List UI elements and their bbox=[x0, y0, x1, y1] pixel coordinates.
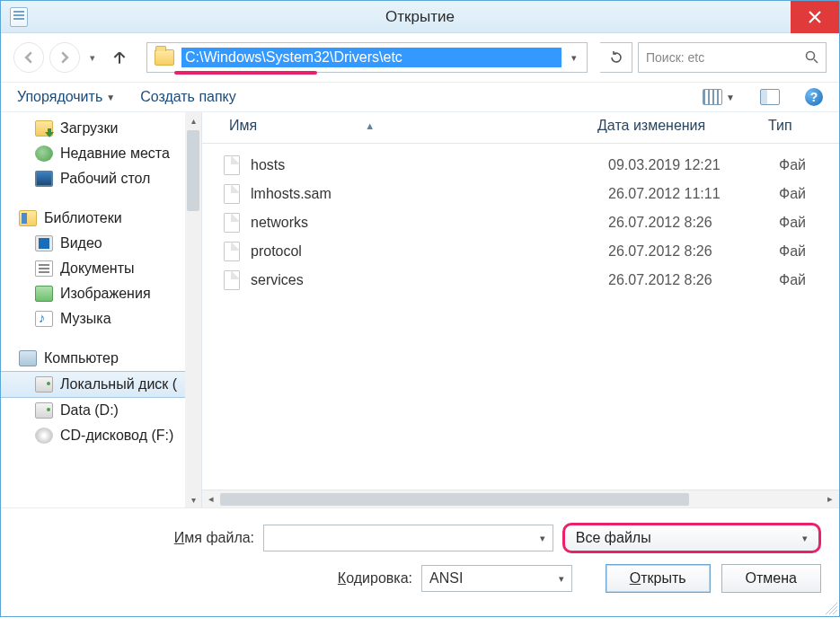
forward-button[interactable] bbox=[49, 42, 80, 73]
close-icon bbox=[808, 10, 822, 24]
sidebar-item-label: Видео bbox=[60, 235, 102, 251]
chevron-down-icon: ▼ bbox=[106, 93, 115, 102]
chevron-down-icon: ▾ bbox=[802, 533, 808, 544]
recent-icon bbox=[35, 146, 53, 162]
sidebar-group-computer[interactable]: Компьютер bbox=[1, 346, 201, 371]
file-date: 26.07.2012 11:11 bbox=[608, 186, 779, 202]
column-type[interactable]: Тип bbox=[768, 118, 792, 134]
address-dropdown[interactable]: ▾ bbox=[561, 52, 587, 64]
column-date[interactable]: Дата изменения bbox=[597, 118, 768, 134]
scroll-down-arrow[interactable]: ▾ bbox=[185, 491, 201, 507]
preview-pane-button[interactable] bbox=[760, 89, 780, 105]
svg-point-0 bbox=[807, 51, 815, 59]
organize-label: Упорядочить bbox=[17, 89, 102, 105]
sidebar-item-label: Музыка bbox=[60, 311, 111, 327]
file-icon bbox=[224, 184, 240, 204]
scroll-left-arrow[interactable]: ◂ bbox=[202, 493, 220, 505]
sidebar-item-label: CD-дисковод (F:) bbox=[60, 428, 173, 444]
sort-indicator-icon: ▲ bbox=[365, 120, 375, 131]
scroll-track[interactable] bbox=[220, 493, 821, 506]
sidebar-item-data-d[interactable]: Data (D:) bbox=[1, 398, 201, 423]
close-button[interactable] bbox=[791, 1, 839, 33]
file-name: networks bbox=[251, 215, 608, 231]
filename-label: Имя файла: bbox=[19, 530, 254, 546]
chevron-down-icon: ▼ bbox=[726, 93, 735, 102]
file-row[interactable]: networks26.07.2012 8:26Фай bbox=[224, 208, 839, 237]
sidebar-item-downloads[interactable]: Загрузки bbox=[1, 116, 201, 141]
sidebar-item-cd-f[interactable]: CD-дисковод (F:) bbox=[1, 423, 201, 448]
sidebar-item-local-disk[interactable]: Локальный диск ( bbox=[1, 371, 201, 398]
scroll-thumb[interactable] bbox=[187, 130, 199, 211]
file-type: Фай bbox=[779, 186, 806, 202]
file-type-filter[interactable]: Все файлы ▾ bbox=[562, 523, 821, 553]
sidebar-item-pictures[interactable]: Изображения bbox=[1, 281, 201, 306]
column-name-label: Имя bbox=[229, 118, 257, 134]
help-button[interactable]: ? bbox=[805, 88, 823, 106]
column-name[interactable]: Имя ▲ bbox=[229, 118, 597, 134]
file-rows: hosts09.03.2019 12:21Файlmhosts.sam26.07… bbox=[202, 144, 839, 295]
chevron-down-icon: ▾ bbox=[540, 533, 545, 544]
sidebar-item-videos[interactable]: Видео bbox=[1, 231, 201, 256]
file-date: 26.07.2012 8:26 bbox=[608, 215, 779, 231]
resize-grip[interactable] bbox=[825, 602, 837, 614]
file-row[interactable]: lmhosts.sam26.07.2012 11:11Фай bbox=[224, 180, 839, 208]
scroll-thumb[interactable] bbox=[220, 493, 689, 506]
refresh-button[interactable] bbox=[600, 42, 632, 73]
desktop-icon bbox=[35, 171, 53, 187]
sidebar-item-recent[interactable]: Недавние места bbox=[1, 141, 201, 166]
preview-pane-icon bbox=[760, 89, 780, 105]
history-dropdown[interactable]: ▾ bbox=[85, 42, 100, 73]
scroll-up-arrow[interactable]: ▴ bbox=[185, 112, 201, 128]
sidebar-item-label: Рабочий стол bbox=[60, 171, 150, 187]
file-date: 26.07.2012 8:26 bbox=[608, 272, 779, 288]
sidebar-item-desktop[interactable]: Рабочий стол bbox=[1, 166, 201, 191]
view-button[interactable]: ▼ bbox=[703, 89, 735, 105]
file-date: 26.07.2012 8:26 bbox=[608, 243, 779, 260]
file-icon bbox=[224, 155, 240, 175]
address-bar[interactable]: C:\Windows\System32\Drivers\etc ▾ bbox=[146, 42, 588, 73]
file-name: lmhosts.sam bbox=[251, 186, 608, 202]
filename-input[interactable]: ▾ bbox=[263, 525, 553, 551]
organize-button[interactable]: Упорядочить ▼ bbox=[17, 89, 115, 105]
sidebar-item-documents[interactable]: Документы bbox=[1, 256, 201, 281]
sidebar-group-libraries[interactable]: Библиотеки bbox=[1, 206, 201, 231]
encoding-select[interactable]: ANSI ▾ bbox=[421, 565, 572, 592]
cancel-button[interactable]: Отмена bbox=[721, 564, 821, 593]
file-row[interactable]: protocol26.07.2012 8:26Фай bbox=[224, 237, 839, 266]
encoding-label: Кодировка: bbox=[19, 570, 412, 587]
sidebar-item-label: Библиотеки bbox=[44, 210, 122, 226]
up-button[interactable] bbox=[109, 47, 130, 68]
sidebar-scrollbar[interactable]: ▴ ▾ bbox=[185, 112, 201, 507]
sidebar: Загрузки Недавние места Рабочий стол Биб… bbox=[1, 112, 202, 507]
titlebar: Открытие bbox=[1, 1, 839, 33]
folder-icon bbox=[155, 49, 174, 66]
open-file-dialog: Открытие ▾ C:\Windows\System32\Drivers\e… bbox=[0, 0, 840, 617]
music-icon bbox=[35, 311, 53, 327]
new-folder-button[interactable]: Создать папку bbox=[140, 89, 236, 105]
toolbar: Упорядочить ▼ Создать папку ▼ ? bbox=[1, 83, 839, 112]
search-icon bbox=[804, 49, 818, 66]
open-button[interactable]: Открыть bbox=[606, 564, 711, 593]
file-type: Фай bbox=[779, 243, 806, 260]
arrow-up-icon bbox=[111, 49, 128, 66]
scroll-right-arrow[interactable]: ▸ bbox=[821, 493, 839, 505]
address-text[interactable]: C:\Windows\System32\Drivers\etc bbox=[181, 48, 561, 67]
search-box[interactable]: Поиск: etc bbox=[638, 42, 827, 73]
file-list-pane: Имя ▲ Дата изменения Тип hosts09.03.2019… bbox=[202, 112, 839, 507]
file-name: protocol bbox=[251, 243, 608, 260]
sidebar-item-music[interactable]: Музыка bbox=[1, 306, 201, 331]
new-folder-label: Создать папку bbox=[140, 89, 236, 105]
file-row[interactable]: hosts09.03.2019 12:21Фай bbox=[224, 151, 839, 180]
chevron-down-icon: ▾ bbox=[559, 573, 564, 585]
cd-icon bbox=[35, 428, 53, 444]
horizontal-scrollbar[interactable]: ◂ ▸ bbox=[202, 490, 839, 507]
file-row[interactable]: services26.07.2012 8:26Фай bbox=[224, 266, 839, 295]
encoding-value: ANSI bbox=[429, 570, 463, 587]
pictures-icon bbox=[35, 286, 53, 302]
downloads-icon bbox=[35, 120, 53, 137]
back-button[interactable] bbox=[13, 42, 44, 73]
window-title: Открытие bbox=[385, 8, 455, 26]
arrow-right-icon bbox=[58, 51, 71, 64]
sidebar-item-label: Локальный диск ( bbox=[60, 376, 177, 393]
file-name: services bbox=[251, 272, 608, 288]
